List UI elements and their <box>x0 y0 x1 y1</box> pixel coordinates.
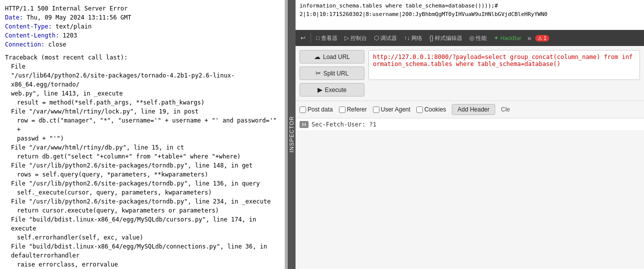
network-icon: ↑↓ <box>404 34 410 42</box>
back-button[interactable]: ↩ <box>298 34 309 42</box>
header-row: H Sec-Fetch-User: ?1 <box>296 118 644 131</box>
debugger-icon: ⬡ <box>374 34 379 42</box>
referer-label: Referer <box>347 106 367 113</box>
post-data-checkbox-label[interactable]: Post data <box>300 106 333 113</box>
load-url-label: Load URL <box>323 54 350 60</box>
top-url-area: information_schema.tables where table_sc… <box>296 0 644 30</box>
tab-debugger[interactable]: ⬡ 调试器 <box>371 34 400 43</box>
header-connection: Connection: close <box>5 40 280 49</box>
header-date: Date: Thu, 09 May 2024 13:11:56 GMT <box>5 13 280 22</box>
split-url-button[interactable]: ✂ Split URL <box>300 66 364 80</box>
referer-checkbox[interactable] <box>339 106 345 113</box>
tab-style-editor-label: 样式编辑器 <box>435 34 462 42</box>
tab-performance-label: 性能 <box>476 34 487 42</box>
add-header-button[interactable]: Add Header <box>452 104 495 115</box>
hackbar-url-input[interactable]: http://127.0.0.1:8000/?payload=select gr… <box>368 50 640 80</box>
right-panel: information_schema.tables where table_sc… <box>296 0 644 269</box>
hackbar-main-row: ☁ Load URL ✂ Split URL ▶ Execute http://… <box>296 46 644 101</box>
error-count: 1 <box>544 36 547 41</box>
user-agent-label: User Agent <box>381 106 410 113</box>
tab-hackbar[interactable]: ✦ HackBar <box>491 34 524 42</box>
tab-network-label: 网络 <box>411 34 422 42</box>
header-value-text: Sec-Fetch-User: ?1 <box>312 121 376 128</box>
post-data-checkbox[interactable] <box>300 106 306 113</box>
devtools-toolbar: ↩ □ 查看器 ▷ 控制台 ⬡ 调试器 ↑↓ 网络 {} 样式编辑器 ◎ 性能 … <box>296 30 644 46</box>
cookies-checkbox-label[interactable]: Cookies <box>416 106 446 113</box>
http-status-line: HTTP/1.1 500 Internal Server Error <box>5 4 280 13</box>
execute-label: Execute <box>325 86 346 94</box>
performance-icon: ◎ <box>469 34 474 42</box>
add-header-label: Add Header <box>457 106 489 113</box>
top-url-text: information_schema.tables where table_sc… <box>300 2 548 18</box>
hackbar-options-row: Post data Referer User Agent Cookies Add… <box>296 101 644 118</box>
header-badge: H <box>300 121 309 128</box>
cookies-checkbox[interactable] <box>416 106 423 113</box>
hackbar-section: ☁ Load URL ✂ Split URL ▶ Execute http://… <box>296 46 644 269</box>
execute-button[interactable]: ▶ Execute <box>300 83 364 96</box>
console-icon: ▷ <box>344 34 349 42</box>
error-badge: ⚠ 1 <box>535 35 549 42</box>
clear-label: Cle <box>501 106 510 113</box>
hackbar-url-area: http://127.0.0.1:8000/?payload=select gr… <box>368 50 640 96</box>
load-url-icon: ☁ <box>314 53 321 60</box>
header-content-length: Content-Length: 1203 <box>5 31 280 40</box>
tab-console[interactable]: ▷ 控制台 <box>341 34 370 43</box>
user-agent-checkbox-label[interactable]: User Agent <box>373 106 410 113</box>
style-editor-icon: {} <box>429 34 433 42</box>
referer-checkbox-label[interactable]: Referer <box>339 106 367 113</box>
hackbar-icon: ✦ <box>494 34 499 42</box>
inspector-label: INSPECTOR <box>288 0 296 269</box>
header-content-type: Content-Type: text/plain <box>5 22 280 31</box>
post-data-label: Post data <box>308 106 333 113</box>
split-url-icon: ✂ <box>316 70 321 77</box>
hackbar-buttons-group: ☁ Load URL ✂ Split URL ▶ Execute <box>300 50 364 96</box>
clear-button[interactable]: Cle <box>501 106 510 113</box>
tab-inspector[interactable]: □ 查看器 <box>313 34 340 43</box>
tab-console-label: 控制台 <box>350 34 367 42</box>
tab-style-editor[interactable]: {} 样式编辑器 <box>426 34 465 43</box>
inspector-tool-icon: □ <box>316 34 320 42</box>
toolbar-separator <box>311 33 311 43</box>
more-tools-button[interactable]: » <box>525 33 533 43</box>
error-icon: ⚠ <box>538 36 542 41</box>
left-panel: HTTP/1.1 500 Internal Server Error Date:… <box>0 0 285 269</box>
tab-debugger-label: 调试器 <box>380 34 397 42</box>
tab-performance[interactable]: ◎ 性能 <box>466 34 490 43</box>
cookies-label: Cookies <box>424 106 446 113</box>
tab-inspector-label: 查看器 <box>321 34 337 42</box>
user-agent-checkbox[interactable] <box>373 106 379 113</box>
execute-icon: ▶ <box>318 86 322 94</box>
tab-hackbar-label: HackBar <box>500 35 521 41</box>
traceback: Traceback (most recent call last): File … <box>5 53 280 269</box>
load-url-button[interactable]: ☁ Load URL <box>300 50 364 64</box>
tab-network[interactable]: ↑↓ 网络 <box>401 34 425 43</box>
split-url-label: Split URL <box>323 70 349 77</box>
back-icon: ↩ <box>301 34 306 42</box>
